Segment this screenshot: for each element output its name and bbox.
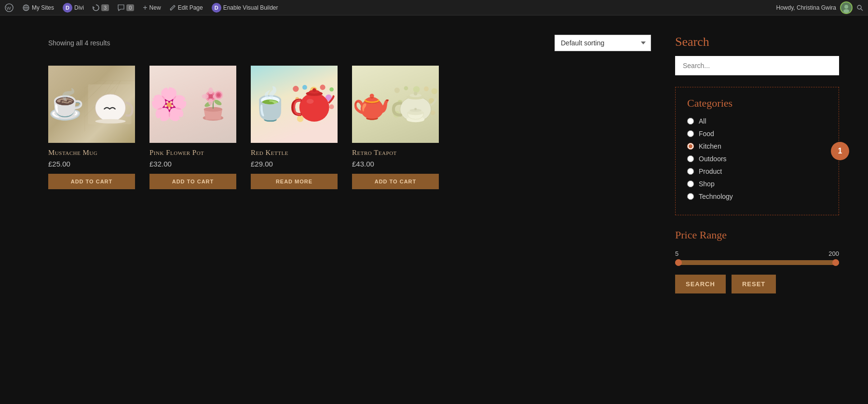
comments-link[interactable]: 0 bbox=[118, 4, 134, 11]
price-reset-button[interactable]: RESET bbox=[732, 275, 776, 293]
category-radio-all[interactable] bbox=[687, 118, 694, 125]
sidebar-search-section: Search bbox=[675, 35, 839, 75]
svg-point-53 bbox=[312, 88, 316, 91]
category-label-product: Product bbox=[699, 167, 722, 175]
svg-point-54 bbox=[307, 99, 314, 104]
svg-point-38 bbox=[293, 85, 298, 91]
svg-point-39 bbox=[302, 84, 307, 89]
add-to-cart-mustache-mug[interactable]: ADD TO CART bbox=[48, 174, 135, 189]
product-image-mustache-mug[interactable] bbox=[48, 66, 135, 143]
svg-point-33 bbox=[202, 94, 209, 99]
add-to-cart-pink-flower-pot[interactable]: ADD TO CART bbox=[149, 174, 236, 189]
category-label-all: All bbox=[699, 117, 706, 125]
svg-text:W: W bbox=[7, 5, 12, 10]
product-image-red-kettle[interactable] bbox=[251, 66, 338, 143]
svg-point-30 bbox=[208, 94, 213, 99]
main-layout: Showing all 4 results Default sorting So… bbox=[0, 0, 868, 404]
price-slider-track bbox=[675, 260, 839, 265]
category-label-shop: Shop bbox=[699, 180, 715, 188]
svg-line-11 bbox=[861, 9, 863, 11]
category-item-technology[interactable]: Technology bbox=[687, 193, 827, 200]
product-image-pink-flower-pot[interactable] bbox=[149, 66, 236, 143]
admin-bar: W My Sites D Divi 3 0 + New bbox=[0, 0, 868, 15]
sidebar: Search Categories All Food Kitchen Outdo… bbox=[665, 15, 868, 404]
category-radio-product[interactable] bbox=[687, 168, 694, 175]
category-radio-shop[interactable] bbox=[687, 181, 694, 187]
comments-count: 0 bbox=[126, 4, 134, 11]
category-radio-outdoors[interactable] bbox=[687, 155, 694, 162]
svg-point-50 bbox=[299, 93, 329, 121]
category-item-outdoors[interactable]: Outdoors bbox=[687, 155, 827, 163]
svg-point-55 bbox=[394, 87, 400, 93]
product-name-retro-teapot: Retro Teapot bbox=[352, 149, 439, 157]
svg-point-31 bbox=[208, 87, 213, 94]
category-label-kitchen: Kitchen bbox=[699, 142, 721, 150]
comments-icon bbox=[118, 4, 124, 11]
price-slider-fill bbox=[675, 260, 839, 265]
product-card-pink-flower-pot: Pink Flower Pot £32.00 ADD TO CART bbox=[149, 66, 236, 189]
products-area: Showing all 4 results Default sorting So… bbox=[0, 15, 665, 404]
filter-badge: 1 bbox=[831, 142, 849, 160]
divi-label: Divi bbox=[74, 4, 84, 11]
svg-point-63 bbox=[431, 110, 435, 115]
avatar-img bbox=[841, 2, 852, 13]
category-item-food[interactable]: Food bbox=[687, 130, 827, 138]
my-sites-label: My Sites bbox=[32, 4, 54, 11]
categories-box: Categories All Food Kitchen Outdoors Pro… bbox=[675, 87, 839, 215]
edit-icon bbox=[170, 4, 176, 11]
price-range-values: 5 200 bbox=[675, 250, 839, 257]
product-image-retro-teapot[interactable] bbox=[352, 66, 439, 143]
product-name-mustache-mug: Mustache Mug bbox=[48, 149, 135, 157]
svg-point-9 bbox=[843, 9, 849, 13]
category-radio-food[interactable] bbox=[687, 130, 694, 137]
user-greeting: Howdy, Christina Gwira bbox=[776, 4, 836, 11]
svg-point-37 bbox=[217, 93, 220, 97]
svg-point-59 bbox=[432, 88, 437, 94]
new-link[interactable]: + New bbox=[143, 3, 161, 12]
category-item-shop[interactable]: Shop bbox=[687, 180, 827, 188]
category-item-product[interactable]: Product bbox=[687, 167, 827, 175]
price-slider-handle-min[interactable] bbox=[675, 259, 682, 266]
updates-link[interactable]: 3 bbox=[93, 4, 109, 11]
divi-builder-icon: D bbox=[212, 3, 221, 13]
enable-builder-link[interactable]: D Enable Visual Builder bbox=[212, 3, 278, 13]
product-card-retro-teapot: Retro Teapot £43.00 ADD TO CART bbox=[352, 66, 439, 189]
search-bar-icon[interactable] bbox=[856, 4, 863, 11]
svg-point-56 bbox=[404, 86, 408, 90]
category-radio-kitchen[interactable] bbox=[687, 143, 694, 150]
product-price-mustache-mug: £25.00 bbox=[48, 160, 135, 168]
read-more-red-kettle[interactable]: READ MORE bbox=[251, 174, 338, 189]
updates-count: 3 bbox=[101, 4, 109, 11]
results-header: Showing all 4 results Default sorting So… bbox=[48, 35, 651, 51]
kettle-illustration bbox=[290, 70, 338, 139]
price-action-buttons: SEARCH RESET bbox=[675, 275, 839, 293]
edit-page-link[interactable]: Edit Page bbox=[170, 4, 203, 11]
category-item-kitchen[interactable]: Kitchen bbox=[687, 142, 827, 150]
svg-point-42 bbox=[329, 87, 334, 91]
svg-point-8 bbox=[844, 5, 848, 9]
sidebar-search-input[interactable] bbox=[675, 56, 839, 75]
product-price-red-kettle: £29.00 bbox=[251, 160, 338, 168]
mug-illustration bbox=[84, 73, 135, 136]
teapot-illustration bbox=[391, 70, 439, 139]
price-search-button[interactable]: SEARCH bbox=[675, 275, 726, 293]
add-to-cart-retro-teapot[interactable]: ADD TO CART bbox=[352, 174, 439, 189]
product-grid: Mustache Mug £25.00 ADD TO CART bbox=[48, 66, 651, 189]
edit-page-label: Edit Page bbox=[178, 4, 203, 11]
avatar bbox=[840, 1, 853, 14]
category-item-all[interactable]: All bbox=[687, 117, 827, 125]
admin-bar-right: Howdy, Christina Gwira bbox=[776, 1, 863, 14]
price-slider-handle-max[interactable] bbox=[832, 259, 839, 266]
wp-logo-link[interactable]: W bbox=[5, 3, 14, 12]
divi-link[interactable]: D Divi bbox=[63, 3, 84, 13]
categories-title: Categories bbox=[687, 97, 827, 110]
my-sites-link[interactable]: My Sites bbox=[22, 4, 54, 12]
product-card-mustache-mug: Mustache Mug £25.00 ADD TO CART bbox=[48, 66, 135, 189]
product-name-pink-flower-pot: Pink Flower Pot bbox=[149, 149, 236, 157]
product-price-pink-flower-pot: £32.00 bbox=[149, 160, 236, 168]
category-radio-technology[interactable] bbox=[687, 193, 694, 200]
sites-icon bbox=[22, 4, 30, 12]
sort-select[interactable]: Default sorting Sort by popularity Sort … bbox=[555, 35, 651, 51]
svg-point-46 bbox=[329, 104, 334, 109]
svg-point-57 bbox=[413, 86, 420, 93]
